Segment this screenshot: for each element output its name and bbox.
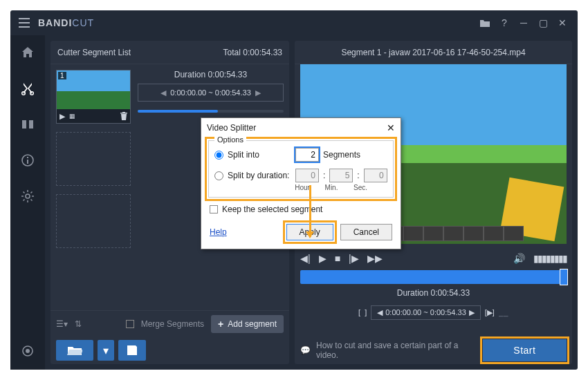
thumb-grid-icon[interactable]: ▦ xyxy=(69,113,75,120)
titlebar: BANDICUT ? ─ ▢ ✕ xyxy=(10,10,578,35)
help-link[interactable]: Help xyxy=(210,227,227,237)
swap-icon[interactable]: ⇅ xyxy=(75,319,82,329)
minimize-icon[interactable]: ─ xyxy=(514,13,533,32)
thumb-play-icon[interactable]: ▶ xyxy=(59,112,65,121)
plus-icon: + xyxy=(218,319,223,330)
list-menu-icon[interactable]: ☰▾ xyxy=(56,319,68,329)
keep-selected-label: Keep the selected segment xyxy=(222,205,322,214)
stop-icon[interactable]: ■ xyxy=(335,253,340,264)
preview-duration: Duration 0:00:54.33 xyxy=(300,288,567,298)
play-icon[interactable]: ▶ xyxy=(319,253,327,264)
volume-slider[interactable]: ▮▮▮▮▮▮▮▮ xyxy=(533,253,567,264)
cancel-button[interactable]: Cancel xyxy=(340,224,392,240)
timecode-box[interactable]: ◀ 0:00:00.00 ~ 0:00:54.33 ▶ xyxy=(371,305,481,320)
sidebar xyxy=(10,35,45,370)
thumb-delete-icon[interactable] xyxy=(120,112,127,120)
segment-toolbar: ☰▾ ⇅ Merge Segments + Add segment xyxy=(50,310,289,336)
start-button[interactable]: Start xyxy=(483,339,567,361)
options-fieldset: Options Split into Segments Split by dur… xyxy=(208,140,394,198)
tc-prev-icon[interactable]: ◀ xyxy=(377,308,383,317)
play-range-icon[interactable]: [▶] xyxy=(485,308,495,317)
timeline-handle[interactable] xyxy=(560,269,568,285)
mark-in-icon[interactable]: [ xyxy=(358,308,360,316)
folder-icon[interactable] xyxy=(475,13,495,32)
min-label: Min. xyxy=(320,184,343,191)
segment-row: 1 ▶ ▦ Duration 0:00:54.33 ◀ 0:00:00.00 ~ xyxy=(56,70,284,124)
split-into-label: Split into xyxy=(228,150,291,160)
maximize-icon[interactable]: ▢ xyxy=(533,13,553,32)
close-icon[interactable]: ✕ xyxy=(553,13,572,32)
add-segment-label: Add segment xyxy=(228,319,277,329)
sec-label: Sec. xyxy=(349,184,372,191)
save-button[interactable] xyxy=(118,340,146,361)
hint-text: How to cut and save a certain part of a … xyxy=(316,341,472,360)
open-file-button[interactable] xyxy=(56,340,93,361)
svg-point-9 xyxy=(26,349,30,353)
preview-title: Segment 1 - javaw 2017-06-16 17-46-50-25… xyxy=(341,48,525,57)
hamburger-menu-icon[interactable] xyxy=(16,15,33,31)
segment-range-box[interactable]: ◀ 0:00:00.00 ~ 0:00:54.33 ▶ xyxy=(138,84,284,102)
add-segment-button[interactable]: + Add segment xyxy=(211,315,284,333)
home-icon[interactable] xyxy=(17,42,38,63)
volume-icon[interactable]: 🔊 xyxy=(513,253,525,264)
dialog-close-icon[interactable]: ✕ xyxy=(387,122,395,133)
split-duration-radio[interactable] xyxy=(214,171,223,180)
timecode-text: 0:00:00.00 ~ 0:00:54.33 xyxy=(385,308,466,316)
prev-frame-icon[interactable]: ◀| xyxy=(300,253,311,264)
record-icon[interactable] xyxy=(17,341,38,361)
merge-checkbox[interactable] xyxy=(126,320,134,328)
svg-rect-5 xyxy=(27,160,28,164)
info-icon[interactable] xyxy=(17,150,38,171)
keep-selected-checkbox[interactable] xyxy=(210,205,218,213)
preview-header: Segment 1 - javaw 2017-06-16 17-46-50-25… xyxy=(295,41,572,64)
cut-icon[interactable] xyxy=(17,78,38,99)
app-logo: BANDICUT xyxy=(38,17,94,28)
segment-range-text: 0:00:00.00 ~ 0:00:54.33 xyxy=(170,88,251,97)
timeline-slider[interactable] xyxy=(300,270,567,284)
range-next-icon[interactable]: ▶ xyxy=(251,88,265,97)
segment-duration-label: Duration 0:00:54.33 xyxy=(138,70,284,79)
svg-rect-2 xyxy=(22,120,26,129)
dialog-titlebar[interactable]: Video Splitter ✕ xyxy=(201,118,401,137)
sec-input[interactable] xyxy=(364,169,387,182)
split-into-radio[interactable] xyxy=(214,151,223,160)
dialog-buttons: Help Apply Cancel xyxy=(201,220,401,249)
file-toolbar: ▾ xyxy=(50,336,289,364)
playback-controls: ◀| ▶ ■ |▶ ▶▶ 🔊 ▮▮▮▮▮▮▮▮ xyxy=(300,248,567,269)
fast-forward-icon[interactable]: ▶▶ xyxy=(367,253,383,264)
segments-input[interactable] xyxy=(295,148,319,162)
segment-list-title: Cutter Segment List xyxy=(57,48,131,57)
mark-out-icon[interactable]: ] xyxy=(365,308,367,316)
segment-list-header: Cutter Segment List Total 0:00:54.33 xyxy=(50,41,289,64)
segment-index: 1 xyxy=(58,72,66,79)
segment-placeholder[interactable] xyxy=(56,194,131,248)
video-splitter-dialog: Video Splitter ✕ Options Split into Segm… xyxy=(201,117,401,249)
annotation-arrow xyxy=(309,185,311,237)
merge-label: Merge Segments xyxy=(141,319,204,329)
segment-progress[interactable] xyxy=(138,110,284,113)
segment-placeholder[interactable] xyxy=(56,132,131,186)
min-input[interactable] xyxy=(329,169,353,182)
dialog-title: Video Splitter xyxy=(207,123,256,133)
open-dropdown-button[interactable]: ▾ xyxy=(98,340,114,361)
segment-thumbnail[interactable]: 1 ▶ ▦ xyxy=(56,70,131,124)
timecode-row: [ ] ◀ 0:00:00.00 ~ 0:00:54.33 ▶ [▶] ⎯⎯ xyxy=(300,302,567,323)
split-into-row: Split into Segments xyxy=(214,148,387,162)
tc-next-icon[interactable]: ▶ xyxy=(469,308,475,317)
options-legend: Options xyxy=(214,135,246,144)
split-duration-label: Split by duration: xyxy=(228,171,291,180)
chat-icon: 💬 xyxy=(300,345,311,355)
segment-list-total: Total 0:00:54.33 xyxy=(223,48,282,57)
preview-bottom-bar: 💬 How to cut and save a certain part of … xyxy=(295,336,572,364)
settings-icon[interactable] xyxy=(17,186,38,207)
keep-selected-row: Keep the selected segment xyxy=(201,205,401,220)
app-window: BANDICUT ? ─ ▢ ✕ Cutter Segment List Tot… xyxy=(10,10,578,370)
join-icon[interactable] xyxy=(17,114,38,135)
help-icon[interactable]: ? xyxy=(495,13,514,32)
range-prev-icon[interactable]: ◀ xyxy=(156,88,170,97)
split-duration-row: Split by duration: : : xyxy=(214,169,387,182)
hour-input[interactable] xyxy=(295,169,319,182)
svg-point-7 xyxy=(26,194,30,198)
next-frame-icon[interactable]: |▶ xyxy=(349,253,359,264)
split-icon[interactable]: ⎯⎯ xyxy=(499,308,508,316)
